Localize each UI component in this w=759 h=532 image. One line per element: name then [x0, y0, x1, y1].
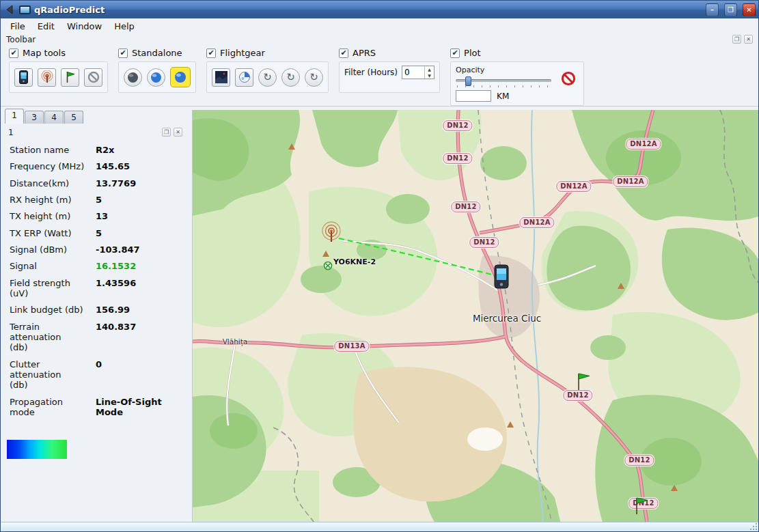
map-view[interactable]: DN12DN12DN12DN12DN12ADN12ADN12ADN12ADN13… — [192, 110, 758, 527]
flag-icon — [65, 71, 76, 83]
blue-globe-icon — [150, 72, 162, 83]
standalone-label: Standalone — [132, 48, 182, 58]
aprs-filter-label: Filter (Hours) — [344, 68, 398, 77]
toolbar-dock-title: Toolbar — [6, 35, 36, 44]
menu-file[interactable]: File — [5, 20, 31, 32]
field-row: Station nameR2x — [10, 145, 189, 155]
toolbar-close-button[interactable]: ✕ — [744, 35, 753, 44]
group-map-tools: ✔ Map tools — [9, 46, 108, 93]
opacity-slider-handle[interactable] — [465, 76, 471, 86]
panel-close-button[interactable]: ✕ — [174, 128, 182, 137]
field-label: TX ERP (Watt) — [10, 228, 96, 238]
map-label-layer: DN12DN12DN12DN12DN12ADN12ADN12ADN12ADN13… — [193, 110, 758, 527]
app-window: qRadioPredict – ❒ ✕ File Edit Window Hel… — [0, 0, 759, 532]
clear-plot-icon — [561, 71, 576, 86]
field-value: 13.7769 — [96, 178, 136, 188]
field-value: 5 — [96, 195, 102, 205]
panel-title: 1 — [8, 128, 14, 137]
panel-float-button[interactable]: ❐ — [162, 128, 171, 137]
map-tools-checkbox[interactable]: ✔ — [9, 48, 18, 58]
toolbar-dock-header: Toolbar ❐ ✕ — [1, 33, 758, 45]
flightgear-connect-button[interactable]: ↻ — [258, 68, 277, 87]
tab-4[interactable]: 4 — [44, 111, 64, 124]
tab-3[interactable]: 3 — [25, 111, 44, 124]
group-plot: ✔ Plot Opacity — [450, 46, 584, 106]
aprs-filter-input[interactable] — [402, 66, 424, 79]
km-unit-label: KM — [497, 92, 509, 101]
opacity-label: Opacity — [456, 66, 551, 74]
plot-distance-input[interactable] — [456, 90, 491, 102]
clear-plot-button[interactable] — [560, 70, 577, 87]
field-row: Propagation modeLine-Of-Sight Mode — [10, 397, 189, 418]
window-title: qRadioPredict — [34, 5, 700, 15]
field-row: Terrain attenuation (db)140.837 — [10, 322, 189, 353]
weather-icon — [238, 71, 251, 83]
toolbar-float-button[interactable]: ❐ — [732, 35, 741, 44]
station-panel: 1 3 4 5 1 ❐ ✕ Station nameR2xFrequency (… — [1, 107, 192, 522]
panel-header: 1 ❐ ✕ — [5, 124, 192, 139]
window-menu-icon[interactable] — [3, 3, 16, 16]
field-value: R2x — [96, 145, 114, 155]
group-standalone: ✔ Standalone — [118, 46, 196, 93]
standalone-active-button[interactable] — [170, 67, 191, 87]
menu-help[interactable]: Help — [109, 20, 140, 32]
field-label: Link budget (db) — [10, 305, 96, 315]
plot-checkbox[interactable]: ✔ — [450, 48, 460, 58]
dark-globe-icon — [127, 72, 139, 83]
standalone-checkbox[interactable]: ✔ — [118, 48, 128, 58]
town-label: Vlăhița — [223, 337, 248, 346]
field-label: Propagation mode — [10, 397, 96, 418]
flightgear-start-button[interactable]: ↻ — [281, 68, 300, 87]
status-bar — [1, 522, 758, 531]
menu-window[interactable]: Window — [61, 20, 107, 32]
titlebar: qRadioPredict – ❒ ✕ — [1, 1, 758, 18]
flightgear-label: Flightgear — [220, 48, 265, 58]
fixed-station-button[interactable] — [38, 68, 56, 87]
close-button[interactable]: ✕ — [743, 3, 756, 16]
field-value: 13 — [96, 211, 108, 221]
field-value: 5 — [96, 228, 102, 238]
field-row: Link budget (db)156.99 — [10, 305, 189, 315]
tab-1[interactable]: 1 — [5, 109, 24, 124]
flightgear-checkbox[interactable]: ✔ — [206, 48, 216, 58]
app-icon — [19, 5, 31, 14]
no-entry-icon — [87, 71, 100, 83]
field-value: -103.847 — [96, 244, 140, 255]
spin-down-icon[interactable]: ▼ — [425, 72, 434, 79]
field-value: Line-Of-Sight Mode — [96, 397, 162, 418]
spin-up-icon[interactable]: ▲ — [425, 66, 434, 72]
aprs-checkbox[interactable]: ✔ — [339, 48, 348, 58]
field-row: RX height (m)5 — [10, 195, 189, 205]
minimize-button[interactable]: – — [706, 3, 719, 16]
aprs-label: APRS — [353, 48, 376, 58]
resize-grip[interactable] — [756, 529, 757, 530]
aprs-filter-spinbox[interactable]: ▲ ▼ — [402, 66, 434, 79]
field-value: 156.99 — [96, 305, 130, 315]
field-value: 145.65 — [96, 161, 130, 171]
tab-5[interactable]: 5 — [64, 111, 83, 124]
field-value: 1.43596 — [96, 278, 136, 299]
flag-marker[interactable] — [635, 497, 649, 515]
map-tools-label: Map tools — [23, 48, 66, 58]
standalone-run-button[interactable] — [147, 68, 165, 87]
clear-tool-button[interactable] — [84, 68, 102, 87]
plot-label: Plot — [464, 48, 481, 58]
field-label: Clutter attenuation (db) — [10, 359, 96, 391]
flightgear-scene-button[interactable] — [212, 68, 230, 87]
field-value: 0 — [96, 359, 102, 391]
flightgear-weather-button[interactable] — [235, 68, 253, 87]
field-value: 140.837 — [96, 322, 136, 353]
mobile-station-marker[interactable] — [493, 264, 510, 289]
flightgear-stop-button[interactable]: ↻ — [305, 68, 323, 87]
menu-edit[interactable]: Edit — [32, 20, 60, 32]
field-row: Clutter attenuation (db)0 — [10, 359, 189, 391]
opacity-slider[interactable] — [456, 76, 551, 87]
flag-tool-button[interactable] — [61, 68, 79, 87]
group-flightgear: ✔ Flightgear — [206, 46, 329, 93]
flag-marker[interactable] — [577, 373, 591, 391]
signal-color-scale — [7, 440, 67, 459]
station-callsign-label: YO6KNE-2 — [333, 257, 376, 266]
standalone-stop-button[interactable] — [124, 68, 142, 87]
mobile-station-button[interactable] — [14, 68, 33, 87]
maximize-button[interactable]: ❒ — [724, 3, 737, 16]
